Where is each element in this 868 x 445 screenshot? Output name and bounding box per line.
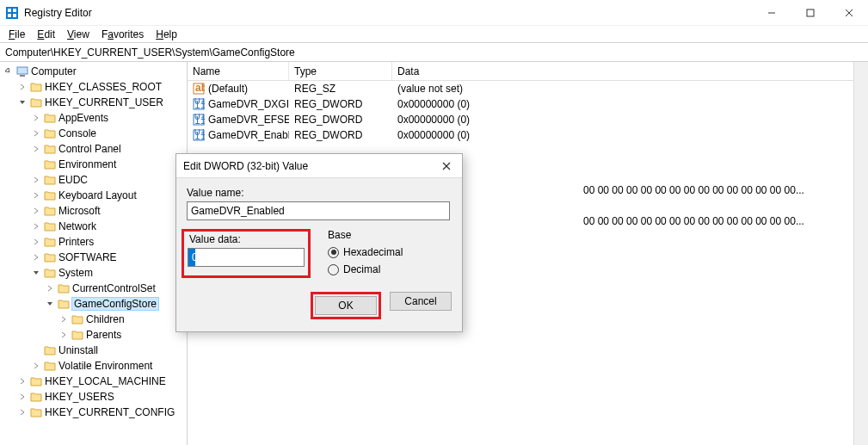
tree-node-system[interactable]: System <box>31 265 187 281</box>
menu-help[interactable]: Help <box>151 27 182 42</box>
folder-icon <box>44 174 56 186</box>
collapse-icon[interactable] <box>45 299 55 309</box>
folder-icon <box>71 313 83 325</box>
radio-dec[interactable]: Decimal <box>328 261 403 278</box>
tree-node-parents[interactable]: Parents <box>58 327 187 343</box>
menu-bar: File Edit View Favorites Help <box>0 26 868 43</box>
address-path: Computer\HKEY_CURRENT_USER\System\GameCo… <box>5 46 295 59</box>
table-row[interactable]: 011110GameDVR_DXGI...REG_DWORD0x00000000… <box>188 96 868 112</box>
expand-icon[interactable] <box>58 330 69 340</box>
expand-icon[interactable] <box>31 237 41 247</box>
table-row[interactable]: 011110GameDVR_Enabl...REG_DWORD0x0000000… <box>188 127 868 143</box>
tree-node-volatile[interactable]: Volatile Environment <box>31 358 187 374</box>
folder-icon <box>44 344 56 356</box>
tree-label: Volatile Environment <box>58 360 152 372</box>
column-header-data[interactable]: Data <box>392 62 868 80</box>
close-button[interactable] <box>829 0 868 26</box>
expand-icon[interactable] <box>17 82 28 92</box>
expand-icon[interactable] <box>31 361 41 371</box>
column-header-type[interactable]: Type <box>289 62 392 80</box>
menu-edit[interactable]: Edit <box>32 27 60 42</box>
tree-node-hkcu[interactable]: HKEY_CURRENT_USER <box>17 95 187 110</box>
tree-label: CurrentControlSet <box>72 282 156 294</box>
collapse-icon[interactable] <box>3 66 14 77</box>
table-row[interactable]: 011110GameDVR_EFSE...REG_DWORD0x00000000… <box>188 112 868 127</box>
expand-icon[interactable] <box>31 206 41 216</box>
binary-data-peek: 00 00 00 00 00 00 00 00 00 00 00 00 00 0… <box>583 182 804 229</box>
menu-favorites[interactable]: Favorites <box>96 27 149 42</box>
tree-label: SOFTWARE <box>58 251 117 263</box>
folder-icon <box>44 251 56 263</box>
valuename-input[interactable] <box>187 201 450 220</box>
svg-rect-2 <box>13 9 16 12</box>
minimize-button[interactable] <box>752 0 791 26</box>
tree-label: Control Panel <box>58 143 121 155</box>
address-bar[interactable]: Computer\HKEY_CURRENT_USER\System\GameCo… <box>0 43 868 62</box>
expand-icon[interactable] <box>45 283 55 294</box>
expand-icon[interactable] <box>31 113 41 123</box>
menu-file[interactable]: File <box>3 27 30 42</box>
binary-value-icon: 011110 <box>193 98 205 110</box>
vertical-scrollbar[interactable] <box>853 62 868 445</box>
folder-icon <box>44 112 56 124</box>
folder-icon <box>44 360 56 372</box>
expand-icon[interactable] <box>31 144 41 154</box>
expand-icon[interactable] <box>31 128 41 139</box>
cancel-button[interactable]: Cancel <box>390 292 452 311</box>
expand-icon[interactable] <box>31 190 41 201</box>
column-header-name[interactable]: Name <box>188 62 289 80</box>
folder-icon <box>58 298 70 310</box>
menu-view[interactable]: View <box>62 27 95 42</box>
expand-icon[interactable] <box>58 314 69 324</box>
tree-label: Parents <box>86 329 121 341</box>
expand-icon[interactable] <box>17 376 28 386</box>
tree-node-eudc[interactable]: EUDC <box>31 172 187 188</box>
value-data: 0x00000000 (0) <box>392 129 868 141</box>
value-type: REG_DWORD <box>289 98 392 110</box>
maximize-button[interactable] <box>791 0 829 26</box>
tree-node-hkcr[interactable]: HKEY_CLASSES_ROOT <box>17 79 187 95</box>
tree-node-hklm[interactable]: HKEY_LOCAL_MACHINE <box>17 374 187 389</box>
radio-hex[interactable]: Hexadecimal <box>328 244 403 261</box>
expand-icon[interactable] <box>17 407 28 417</box>
value-data: (value not set) <box>392 83 868 95</box>
string-value-icon: ab <box>193 83 205 95</box>
folder-icon <box>44 220 56 232</box>
tree-node-hkcc[interactable]: HKEY_CURRENT_CONFIG <box>17 405 187 420</box>
folder-icon <box>30 96 42 108</box>
tree-label: Microsoft <box>58 205 101 217</box>
tree-node-uninstall[interactable]: Uninstall <box>31 343 187 358</box>
ok-button[interactable]: OK <box>315 296 377 315</box>
value-data: 0x00000000 (0) <box>392 98 868 110</box>
tree-node-gameconfigstore[interactable]: GameConfigStore <box>45 296 187 312</box>
collapse-icon[interactable] <box>31 268 41 278</box>
collapse-icon[interactable] <box>17 97 28 108</box>
valuedata-input[interactable] <box>188 248 305 267</box>
tree-node-currentcontrolset[interactable]: CurrentControlSet <box>45 281 187 296</box>
tree-node-printers[interactable]: Printers <box>31 234 187 250</box>
dialog-titlebar[interactable]: Edit DWORD (32-bit) Value <box>176 154 462 178</box>
tree-node-hku[interactable]: HKEY_USERS <box>17 389 187 405</box>
tree-node-controlpanel[interactable]: Control Panel <box>31 141 187 157</box>
expand-icon[interactable] <box>31 221 41 232</box>
tree-node-console[interactable]: Console <box>31 126 187 141</box>
expand-icon[interactable] <box>31 252 41 263</box>
tree-node-software[interactable]: SOFTWARE <box>31 250 187 265</box>
tree-node-keyboard[interactable]: Keyboard Layout <box>31 188 187 203</box>
svg-text:ab: ab <box>195 83 205 94</box>
value-name: (Default) <box>208 83 248 95</box>
tree-node-appevents[interactable]: AppEvents <box>31 110 187 126</box>
dialog-close-button[interactable] <box>438 158 455 175</box>
folder-icon <box>44 158 56 170</box>
tree-node-environment[interactable]: Environment <box>31 157 187 172</box>
folder-icon <box>30 375 42 387</box>
expand-icon[interactable] <box>31 175 41 185</box>
tree-node-children[interactable]: Children <box>58 312 187 327</box>
tree-node-computer[interactable]: Computer <box>3 64 187 79</box>
binary-row: 00 00 00 00 00 00 00 00 00 00 00 00 00 0… <box>583 182 804 198</box>
tree-node-microsoft[interactable]: Microsoft <box>31 203 187 219</box>
tree-label: Console <box>58 127 96 139</box>
tree-node-network[interactable]: Network <box>31 219 187 234</box>
table-row[interactable]: ab(Default)REG_SZ(value not set) <box>188 81 868 96</box>
expand-icon[interactable] <box>17 392 28 402</box>
